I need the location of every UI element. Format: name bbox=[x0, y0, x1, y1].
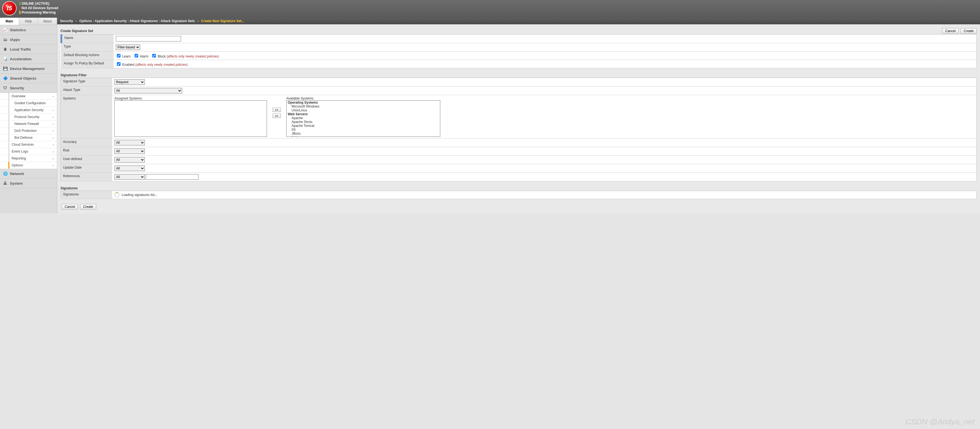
label-name: Name bbox=[61, 35, 114, 43]
label-signatures: Signatures bbox=[61, 191, 113, 199]
system-option[interactable]: Microsoft Windows bbox=[286, 104, 440, 108]
create-form-table: Name Type Filter-based Default Blocking … bbox=[60, 34, 977, 68]
section-title-filter: Signatures Filter bbox=[60, 73, 87, 77]
nav-iapps[interactable]: 🗂iApps bbox=[0, 35, 57, 45]
label-assign: Assign To Policy By Default bbox=[61, 60, 114, 68]
spinner-icon bbox=[115, 192, 119, 197]
chevron-right-icon: ▸ bbox=[53, 116, 54, 119]
f5-logo: f5 bbox=[2, 1, 17, 16]
cancel-button-bottom[interactable]: Cancel bbox=[62, 204, 78, 209]
tab-main[interactable]: Main bbox=[0, 18, 19, 25]
breadcrumb-current: Create New Signature Set... bbox=[201, 19, 244, 23]
status-provisioning: Provisioning Warning bbox=[22, 11, 56, 14]
chart-icon: 📈 bbox=[3, 27, 8, 32]
references-input[interactable] bbox=[146, 174, 199, 180]
nav-acceleration[interactable]: 📊Acceleration bbox=[0, 54, 57, 64]
subnav-guided-configuration[interactable]: Guided Configuration bbox=[0, 100, 57, 107]
nav-shared-objects[interactable]: 🔷Shared Objects bbox=[0, 73, 57, 83]
system-option[interactable]: Apache Tomcat bbox=[286, 124, 440, 128]
assigned-systems-label: Assigned Systems: bbox=[115, 96, 267, 100]
section-title-create: Create Signature Set bbox=[60, 29, 93, 33]
section-title-signatures: Signatures bbox=[60, 186, 78, 190]
available-systems-label: Available Systems: bbox=[286, 96, 440, 100]
subnav-event-logs[interactable]: Event Logs▸ bbox=[0, 148, 57, 155]
content-area: Security ›› Options : Application Securi… bbox=[57, 18, 980, 214]
move-right-button[interactable]: >> bbox=[272, 113, 281, 118]
chevron-right-icon: ▸ bbox=[53, 129, 54, 132]
available-systems-list[interactable]: Operating SystemsMicrosoft WindowsUnix/L… bbox=[286, 100, 440, 137]
label-accuracy: Accuracy bbox=[61, 139, 113, 147]
cancel-button-top[interactable]: Cancel bbox=[942, 28, 958, 34]
accuracy-select[interactable]: All bbox=[115, 140, 145, 145]
breadcrumb-sep: ›› bbox=[75, 19, 77, 23]
subnav-network-firewall[interactable]: Network Firewall▸ bbox=[0, 121, 57, 128]
subnav-application-security[interactable]: Application Security▸ bbox=[0, 107, 57, 113]
nav-statistics[interactable]: 📈Statistics bbox=[0, 25, 57, 35]
subnav-bot-defense[interactable]: Bot Defense▸ bbox=[0, 134, 57, 141]
subnav-dos-protection[interactable]: DoS Protection▸ bbox=[0, 128, 57, 134]
name-input[interactable] bbox=[116, 36, 181, 41]
breadcrumb-item[interactable]: Security bbox=[60, 19, 73, 23]
system-option[interactable]: Jetty bbox=[286, 136, 440, 137]
type-select[interactable]: Filter-based bbox=[116, 45, 140, 50]
nav-security[interactable]: 🛡Security bbox=[0, 83, 57, 93]
device-icon: 💾 bbox=[3, 66, 8, 71]
chevron-right-icon: ▸ bbox=[53, 123, 54, 126]
label-systems: Systems bbox=[61, 95, 113, 139]
subnav-options[interactable]: Options▸ bbox=[0, 162, 57, 169]
nav-device-management[interactable]: 💾Device Management bbox=[0, 64, 57, 73]
tab-about[interactable]: About bbox=[38, 18, 57, 25]
label-references: References bbox=[61, 173, 113, 181]
create-button-bottom[interactable]: Create bbox=[80, 204, 96, 209]
assign-note: (affects only newly created policies) bbox=[135, 63, 188, 67]
system-option[interactable]: Apache bbox=[286, 116, 440, 120]
breadcrumb: Security ›› Options : Application Securi… bbox=[57, 18, 980, 24]
label-userdef: User-defined bbox=[61, 156, 113, 164]
references-select[interactable]: All bbox=[115, 174, 145, 180]
sidebar-tabs: Main Help About bbox=[0, 18, 57, 25]
chevron-right-icon: ▸ bbox=[53, 150, 54, 153]
signatures-table: Signatures Loading signatures list... bbox=[60, 191, 977, 199]
subnav-overview[interactable]: Overview▸ bbox=[0, 93, 57, 100]
subnav-protocol-security[interactable]: Protocol Security▸ bbox=[0, 113, 57, 121]
system-option[interactable]: IIS bbox=[286, 128, 440, 132]
sigtype-select[interactable]: Request bbox=[115, 79, 145, 85]
loading-text: Loading signatures list... bbox=[122, 193, 157, 197]
system-group: Web Servers bbox=[286, 112, 440, 116]
create-button-top[interactable]: Create bbox=[961, 28, 977, 34]
label-updatedate: Update Date bbox=[61, 164, 113, 173]
nav-system[interactable]: 🖧System bbox=[0, 179, 57, 188]
userdef-select[interactable]: All bbox=[115, 157, 145, 163]
alarm-checkbox[interactable] bbox=[135, 54, 138, 57]
system-option[interactable]: Unix/Linux bbox=[286, 108, 440, 112]
nav-local-traffic[interactable]: 🖥Local Traffic bbox=[0, 45, 57, 54]
app-header: f5 ONLINE (ACTIVE) Not All Devices Synce… bbox=[0, 0, 980, 18]
system-option[interactable]: JBoss bbox=[286, 132, 440, 136]
attacktype-select[interactable]: All bbox=[115, 88, 182, 93]
block-checkbox[interactable] bbox=[152, 54, 156, 57]
system-option[interactable]: Apache Struts bbox=[286, 120, 440, 124]
chevron-right-icon: ▸ bbox=[53, 157, 54, 160]
subnav-reporting[interactable]: Reporting▸ bbox=[0, 155, 57, 162]
move-left-button[interactable]: << bbox=[272, 107, 281, 112]
filter-form-table: Signature Type Request Attack Type All S… bbox=[60, 78, 977, 181]
risk-select[interactable]: All bbox=[115, 148, 145, 154]
breadcrumb-item[interactable]: Options : Application Security : Attack … bbox=[79, 19, 195, 23]
system-icon: 🖧 bbox=[3, 181, 8, 186]
tab-help[interactable]: Help bbox=[19, 18, 38, 25]
learn-checkbox[interactable] bbox=[117, 54, 121, 57]
chevron-right-icon: ▸ bbox=[53, 143, 54, 146]
label-type: Type bbox=[61, 43, 114, 52]
nav-network[interactable]: 🌐Network bbox=[0, 169, 57, 179]
enabled-checkbox[interactable] bbox=[117, 62, 121, 66]
chevron-right-icon: ▸ bbox=[53, 95, 54, 98]
label-attacktype: Attack Type bbox=[61, 86, 113, 95]
shield-icon: 🛡 bbox=[3, 85, 8, 90]
status-online: ONLINE (ACTIVE) bbox=[22, 2, 49, 6]
sidebar: Main Help About 📈Statistics 🗂iApps 🖥Loca… bbox=[0, 18, 57, 214]
subnav-cloud-services[interactable]: Cloud Services▸ bbox=[0, 141, 57, 148]
assigned-systems-list[interactable] bbox=[115, 100, 267, 137]
breadcrumb-sep: ›› bbox=[197, 19, 199, 23]
server-icon: 🖥 bbox=[3, 47, 8, 52]
updatedate-select[interactable]: All bbox=[115, 166, 145, 171]
